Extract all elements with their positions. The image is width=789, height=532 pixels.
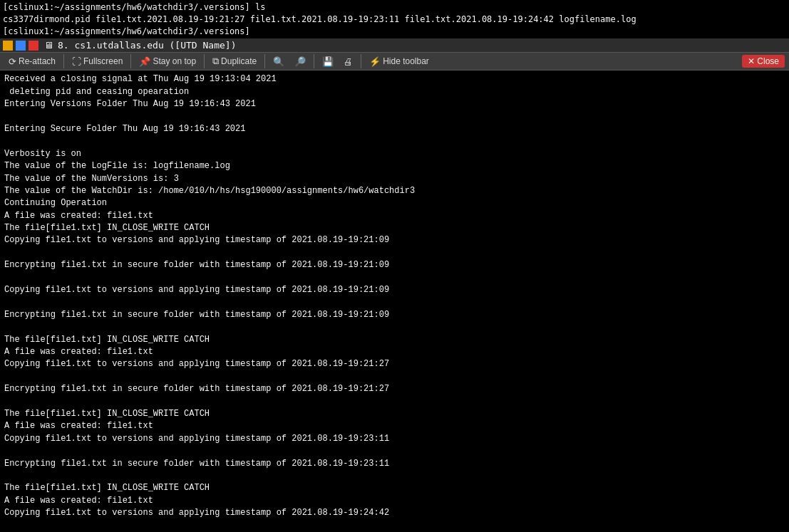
- terminal-top-bar: [cslinux1:~/assignments/hw6/watchdir3/.v…: [0, 0, 789, 38]
- stay-on-top-button[interactable]: 📌 Stay on top: [135, 55, 200, 68]
- window-close-button[interactable]: [29, 41, 38, 51]
- print-icon: 🖨: [344, 56, 353, 67]
- reattach-label: Re-attach: [19, 56, 56, 66]
- save-button[interactable]: 💾: [318, 55, 338, 68]
- reattach-button[interactable]: ⟳ Re-attach: [4, 55, 60, 68]
- zoom-in-icon: 🔎: [294, 56, 306, 67]
- toolbar-separator-2: [130, 54, 131, 68]
- stay-on-top-label: Stay on top: [153, 56, 196, 66]
- fullscreen-label: Fullscreen: [83, 56, 123, 66]
- ls-prompt-line: [cslinux1:~/assignments/hw6/watchdir3/.v…: [3, 26, 786, 38]
- hide-toolbar-label: Hide toolbar: [383, 56, 429, 66]
- duplicate-icon: ⧉: [212, 56, 219, 67]
- toolbar-separator-4: [264, 54, 265, 68]
- fullscreen-icon: ⛶: [72, 56, 81, 67]
- close-label: Close: [757, 56, 779, 66]
- close-x-icon: ✕: [748, 56, 755, 66]
- window-title: 🖥 8. cs1.utdallas.edu ([UTD Name]): [44, 40, 236, 51]
- zoom-out-icon: 🔍: [273, 56, 284, 67]
- stay-on-top-icon: 📌: [139, 56, 150, 67]
- terminal-icon: 🖥: [44, 40, 53, 51]
- zoom-in-button[interactable]: 🔎: [290, 55, 310, 68]
- ls-output-line: cs3377dirmond.pid file1.txt.2021.08.19-1…: [3, 14, 786, 26]
- hide-toolbar-button[interactable]: ⚡ Hide toolbar: [365, 55, 433, 68]
- window-titlebar: 🖥 8. cs1.utdallas.edu ([UTD Name]): [0, 38, 789, 53]
- zoom-out-button[interactable]: 🔍: [269, 55, 289, 68]
- toolbar-separator-3: [204, 54, 205, 68]
- lightning-icon: ⚡: [369, 56, 381, 67]
- window-minimize-button[interactable]: [3, 41, 13, 51]
- print-button[interactable]: 🖨: [339, 55, 357, 68]
- save-icon: 💾: [322, 56, 334, 67]
- toolbar-separator-5: [314, 54, 314, 68]
- toolbar-separator-6: [361, 54, 361, 68]
- fullscreen-button[interactable]: ⛶ Fullscreen: [68, 55, 127, 68]
- toolbar: ⟳ Re-attach ⛶ Fullscreen 📌 Stay on top ⧉…: [0, 53, 789, 71]
- duplicate-button[interactable]: ⧉ Duplicate: [208, 54, 261, 68]
- duplicate-label: Duplicate: [221, 56, 257, 66]
- window-title-text: 8. cs1.utdallas.edu ([UTD Name]): [58, 40, 236, 51]
- reattach-icon: ⟳: [9, 56, 16, 67]
- toolbar-separator-1: [63, 54, 64, 68]
- terminal-output[interactable]: Received a closing signal at Thu Aug 19 …: [0, 71, 789, 532]
- ls-command-line: [cslinux1:~/assignments/hw6/watchdir3/.v…: [3, 1, 786, 14]
- close-button[interactable]: ✕ Close: [742, 55, 785, 68]
- window-maximize-button[interactable]: [16, 41, 26, 51]
